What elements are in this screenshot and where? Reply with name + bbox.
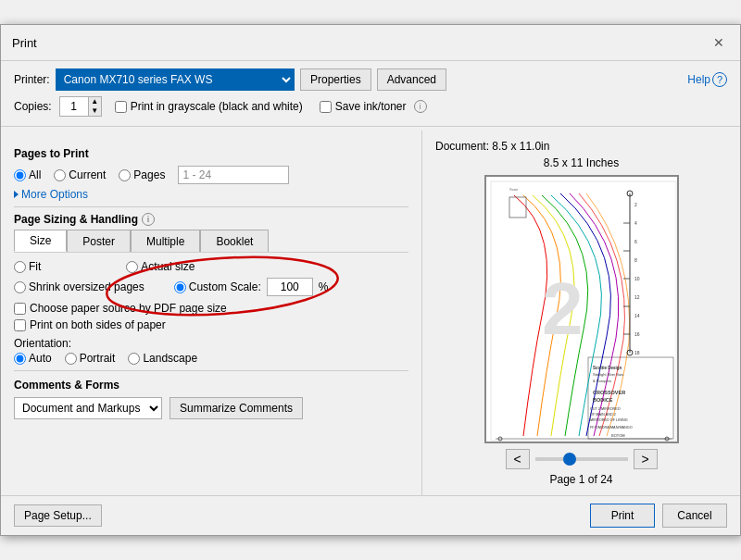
portrait-label: Portrait [80,352,116,365]
pages-radio-label[interactable]: Pages [119,168,165,181]
portrait-radio-label[interactable]: Portrait [65,352,116,365]
tab-multiple[interactable]: Multiple [131,230,200,252]
doc-size-label: 8.5 x 11 Inches [544,156,619,169]
auto-radio[interactable] [14,353,26,365]
cancel-button[interactable]: Cancel [662,504,727,528]
nav-row: < > [435,449,727,469]
doc-info: Document: 8.5 x 11.0in [435,140,549,153]
help-link[interactable]: Help? [687,72,727,87]
help-icon: ? [712,72,727,87]
fit-row: Fit Actual size [14,260,408,273]
right-panel: Document: 8.5 x 11.0in 8.5 x 11 Inches [422,131,740,495]
dialog-title: Print [12,36,37,50]
current-radio[interactable] [54,169,66,181]
copies-input[interactable] [60,97,88,116]
next-page-button[interactable]: > [634,449,658,469]
svg-text:CUT 2 MIRRORED: CUT 2 MIRRORED [590,407,621,411]
save-ink-label: Save ink/toner [335,100,407,113]
svg-text:MIRRORED OF LINING: MIRRORED OF LINING [590,418,628,422]
custom-scale-input[interactable] [267,278,313,296]
title-bar: Print ✕ [1,25,740,61]
preview-container: 2 4 6 8 10 12 14 16 18 2 Scottie Design [484,175,679,443]
pages-radio[interactable] [119,169,131,181]
svg-text:& Rompers: & Rompers [593,379,611,383]
both-sides-checkbox[interactable] [14,319,26,331]
tab-size[interactable]: Size [14,230,67,252]
portrait-radio[interactable] [65,353,77,365]
print-dialog: Print ✕ Printer: Canon MX710 series FAX … [0,24,741,536]
svg-text:Starlight Sber Suts: Starlight Sber Suts [593,372,623,377]
svg-text:14: 14 [634,313,640,318]
all-label: All [29,168,41,181]
pages-section-header: Pages to Print [14,147,408,160]
custom-scale-radio[interactable] [174,281,186,293]
fit-radio[interactable] [14,261,26,273]
page-slider[interactable] [535,457,628,461]
slider-thumb [563,453,576,466]
pages-label: Pages [133,168,165,181]
printer-select[interactable]: Canon MX710 series FAX WS [56,68,295,91]
orientation-row: Auto Portrait Landscape [14,352,408,365]
pages-input[interactable] [178,166,289,184]
svg-text:12: 12 [634,294,640,300]
more-options[interactable]: More Options [14,188,408,201]
svg-text:4: 4 [634,220,637,226]
bottom-right: Print Cancel [590,504,727,528]
printer-label: Printer: [14,73,50,86]
pages-row: All Current Pages [14,166,408,184]
landscape-label: Landscape [143,352,197,365]
comments-select[interactable]: Document and Markups Document Form Field… [14,397,162,419]
bottom-bar: Page Setup... Print Cancel [1,495,740,535]
save-ink-checkbox[interactable] [320,101,332,113]
advanced-button[interactable]: Advanced [377,68,446,91]
tab-row: Size Poster Multiple Booklet [14,230,408,253]
all-radio[interactable] [14,169,26,181]
comments-row: Document and Markups Document Form Field… [14,397,408,419]
both-sides-row: Print on both sides of paper [14,318,408,331]
svg-text:2: 2 [542,268,584,350]
both-sides-label: Print on both sides of paper [30,318,166,331]
svg-text:Scan: Scan [509,187,518,192]
tab-booklet[interactable]: Booklet [200,230,269,252]
dialog-body: Pages to Print All Current Pages Mor [1,131,740,495]
landscape-radio-label[interactable]: Landscape [128,352,197,365]
actual-size-radio-label[interactable]: Actual size [126,260,195,273]
choose-pdf-checkbox[interactable] [14,303,26,315]
page-setup-button[interactable]: Page Setup... [14,504,102,527]
prev-page-button[interactable]: < [506,449,530,469]
grayscale-label: Print in grayscale (black and white) [131,100,303,113]
sizing-options: Fit Actual size Shrink oversized pages [14,260,408,296]
grayscale-checkbox-label[interactable]: Print in grayscale (black and white) [115,100,303,113]
copies-down-btn[interactable]: ▼ [88,106,101,116]
auto-radio-label[interactable]: Auto [14,352,52,365]
preview-svg: 2 4 6 8 10 12 14 16 18 2 Scottie Design [486,177,677,442]
all-radio-label[interactable]: All [14,168,41,181]
grayscale-checkbox[interactable] [115,101,127,113]
svg-text:BOTOM: BOTOM [611,433,625,438]
print-button[interactable]: Print [590,504,655,528]
left-panel: Pages to Print All Current Pages Mor [1,131,422,495]
svg-text:18: 18 [634,350,640,355]
chevron-right-icon [14,191,19,198]
actual-size-radio[interactable] [126,261,138,273]
summarize-comments-button[interactable]: Summarize Comments [170,397,303,419]
orientation-label: Orientation: [14,337,71,350]
shrink-label: Shrink oversized pages [29,280,144,293]
custom-scale-radio-label[interactable]: Custom Scale: [174,280,261,293]
save-ink-checkbox-label[interactable]: Save ink/toner [320,100,407,113]
copies-spinner: ▲ ▼ [59,96,102,117]
tab-poster[interactable]: Poster [67,230,131,252]
properties-button[interactable]: Properties [300,68,371,91]
current-radio-label[interactable]: Current [54,168,106,181]
shrink-radio[interactable] [14,281,26,293]
svg-text:10: 10 [634,276,640,281]
fit-label: Fit [29,260,41,273]
orientation-label-static: Orientation: [14,337,408,350]
copies-label: Copies: [14,100,52,113]
fit-radio-label[interactable]: Fit [14,260,41,273]
shrink-custom-row: Shrink oversized pages Custom Scale: % [14,278,408,296]
landscape-radio[interactable] [128,353,140,365]
copies-up-btn[interactable]: ▲ [88,97,101,106]
shrink-radio-label[interactable]: Shrink oversized pages [14,280,144,293]
close-button[interactable]: ✕ [709,32,729,53]
